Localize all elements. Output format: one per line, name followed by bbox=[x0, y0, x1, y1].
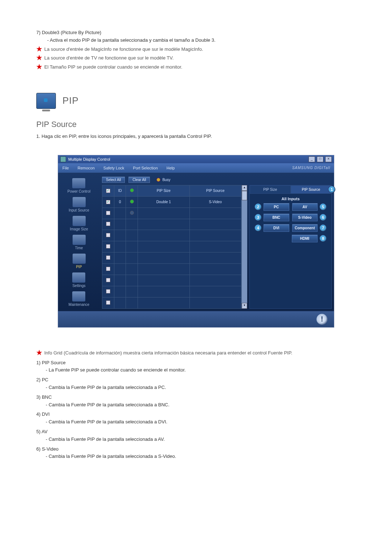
sidebar-label: PIP bbox=[76, 265, 82, 269]
list-item-1: 1) PIP Source - La Fuente PIP se puede c… bbox=[36, 359, 356, 374]
table-row[interactable] bbox=[102, 264, 241, 275]
col-checkbox[interactable] bbox=[102, 185, 114, 196]
checkbox-icon[interactable] bbox=[106, 222, 110, 226]
callout-badge-8: 8 bbox=[320, 235, 326, 242]
table-row[interactable] bbox=[102, 208, 241, 219]
power-icon bbox=[72, 178, 85, 188]
source-dvi-button[interactable]: DVI bbox=[264, 224, 289, 232]
cell-pip-source: S-Video bbox=[189, 196, 241, 208]
minimize-button[interactable]: _ bbox=[309, 156, 315, 162]
sidebar-label: Power Control bbox=[68, 189, 90, 193]
tab-pip-size[interactable]: PIP Size bbox=[250, 185, 291, 194]
table-row[interactable] bbox=[102, 230, 241, 241]
sidebar-item-pip[interactable]: PIP bbox=[73, 254, 86, 269]
source-hdmi-button[interactable]: HDMI bbox=[292, 235, 318, 242]
busy-label-text: Busy bbox=[162, 178, 170, 182]
list-item-3: 3) BNC - Cambia la Fuente PIP de la pant… bbox=[36, 394, 356, 409]
col-pip-size: PIP Size bbox=[138, 185, 189, 196]
pip-heading: PIP bbox=[62, 95, 79, 106]
list-item-title: 5) AV bbox=[36, 428, 356, 436]
source-av-button[interactable]: AV bbox=[292, 203, 318, 211]
note-1-text: La source d'entrée de MagicInfo ne fonct… bbox=[44, 46, 356, 53]
panel-buttons: 2 PC AV 5 3 BNC S-Video 6 bbox=[250, 203, 331, 248]
checkbox-icon bbox=[106, 189, 110, 193]
info-grid-note-text: Info Grid (Cuadrícula de información) mu… bbox=[44, 349, 356, 357]
statusbar: ! bbox=[58, 311, 334, 327]
checkbox-icon[interactable] bbox=[106, 278, 110, 282]
star-icon: ★ bbox=[36, 46, 42, 53]
panel-tabs: PIP Size PIP Source 1 bbox=[250, 185, 331, 194]
checkbox-icon[interactable] bbox=[106, 289, 110, 294]
app-window: Multiple Display Control _ □ × File Remo… bbox=[58, 155, 334, 328]
sidebar-item-power-control[interactable]: Power Control bbox=[68, 178, 90, 193]
maximize-button[interactable]: □ bbox=[317, 156, 323, 162]
close-button[interactable]: × bbox=[325, 156, 332, 162]
callout-badge-6: 6 bbox=[320, 214, 326, 221]
menubar: File Remocon Safety Lock Port Selection … bbox=[58, 163, 334, 173]
table-row[interactable] bbox=[102, 219, 241, 230]
sidebar-item-settings[interactable]: Settings bbox=[72, 272, 85, 288]
checkbox-icon[interactable] bbox=[106, 211, 110, 215]
source-pc-button[interactable]: PC bbox=[264, 203, 289, 211]
status-icon bbox=[130, 200, 134, 204]
list-item-desc: - Cambia la Fuente PIP de la pantalla se… bbox=[46, 453, 356, 460]
list-item-desc: - Cambia la Fuente PIP de la pantalla se… bbox=[46, 418, 356, 426]
info-grid: ID PIP Size PIP Source 0 Double 1 S-Vide… bbox=[102, 185, 241, 309]
source-bnc-button[interactable]: BNC bbox=[264, 214, 289, 221]
star-icon: ★ bbox=[36, 349, 42, 357]
list-item-desc: - Cambia la Fuente PIP de la pantalla se… bbox=[46, 384, 356, 391]
callout-badge-5: 5 bbox=[320, 204, 326, 210]
list-item-6: 6) S-Video - Cambia la Fuente PIP de la … bbox=[36, 446, 356, 461]
warning-icon: ! bbox=[317, 314, 327, 325]
cell-pip-size: Double 1 bbox=[138, 196, 189, 208]
tab-pip-source[interactable]: PIP Source 1 bbox=[291, 185, 332, 194]
checkbox-icon[interactable] bbox=[106, 300, 110, 305]
checkbox-icon[interactable] bbox=[106, 200, 110, 204]
source-svideo-button[interactable]: S-Video bbox=[292, 214, 318, 221]
note-2: ★ La source d'entrée de TV ne fonctionne… bbox=[36, 54, 356, 62]
scroll-thumb[interactable] bbox=[242, 191, 247, 200]
note-3: ★ El Tamaño PIP se puede controlar cuand… bbox=[36, 63, 356, 71]
table-row[interactable] bbox=[102, 253, 241, 264]
clear-all-button[interactable]: Clear All bbox=[128, 177, 150, 183]
time-icon bbox=[73, 235, 86, 245]
scroll-up-icon[interactable]: ▲ bbox=[242, 185, 247, 191]
sidebar-label: Maintenance bbox=[69, 303, 89, 307]
callout-badge-3: 3 bbox=[255, 214, 261, 221]
table-row[interactable] bbox=[102, 275, 241, 286]
scroll-track[interactable] bbox=[242, 200, 247, 303]
table-row[interactable] bbox=[102, 241, 241, 253]
list-item-title: 3) BNC bbox=[36, 394, 356, 401]
vertical-scrollbar[interactable]: ▲ ▼ bbox=[241, 185, 247, 309]
scroll-down-icon[interactable]: ▼ bbox=[242, 303, 247, 309]
menu-safety-lock[interactable]: Safety Lock bbox=[99, 166, 128, 170]
checkbox-icon[interactable] bbox=[106, 255, 110, 260]
sidebar-item-maintenance[interactable]: Maintenance bbox=[69, 291, 89, 307]
sidebar-item-image-size[interactable]: Image Size bbox=[70, 216, 88, 231]
pip-source-heading: PIP Source bbox=[36, 120, 356, 129]
select-all-button[interactable]: Select All bbox=[102, 177, 125, 183]
menu-help[interactable]: Help bbox=[162, 166, 179, 170]
checkbox-icon[interactable] bbox=[106, 267, 110, 271]
grid-wrap: ID PIP Size PIP Source 0 Double 1 S-Vide… bbox=[102, 185, 247, 309]
star-icon: ★ bbox=[36, 63, 42, 71]
table-row[interactable] bbox=[102, 297, 241, 308]
table-row[interactable] bbox=[102, 286, 241, 297]
table-row[interactable]: 0 Double 1 S-Video bbox=[102, 196, 241, 208]
col-id: ID bbox=[114, 185, 126, 196]
grid-and-panel: ID PIP Size PIP Source 0 Double 1 S-Vide… bbox=[102, 185, 332, 309]
cell-id: 0 bbox=[114, 196, 126, 208]
menu-file[interactable]: File bbox=[58, 166, 73, 170]
source-component-button[interactable]: Component bbox=[292, 224, 318, 232]
menu-port-selection[interactable]: Port Selection bbox=[128, 166, 162, 170]
item7-sub: - Activa el modo PIP de la pantalla sele… bbox=[47, 37, 356, 44]
sidebar-item-input-source[interactable]: Input Source bbox=[69, 197, 89, 212]
menu-remocon[interactable]: Remocon bbox=[73, 166, 99, 170]
panel-header: All Inputs bbox=[250, 194, 331, 203]
sidebar-item-time[interactable]: Time bbox=[73, 235, 86, 250]
sidebar-label: Time bbox=[75, 246, 83, 250]
checkbox-icon[interactable] bbox=[106, 244, 110, 249]
tab-label: PIP Source bbox=[302, 188, 320, 192]
item7-title: 7) Double3 (Picture By Picture) bbox=[36, 29, 356, 37]
checkbox-icon[interactable] bbox=[106, 233, 110, 237]
